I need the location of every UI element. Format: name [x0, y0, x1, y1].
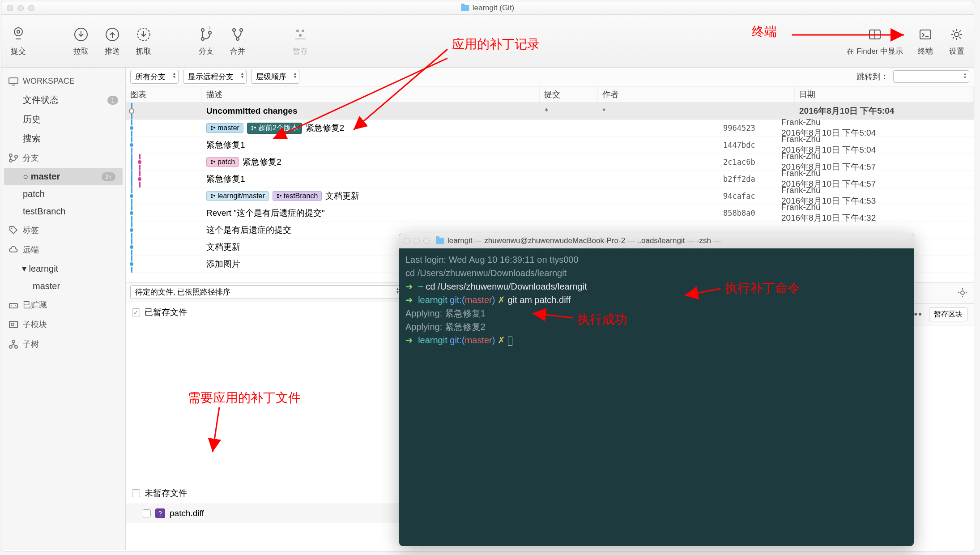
remote-master[interactable]: master: [1, 278, 125, 295]
svg-point-10: [233, 29, 235, 31]
col-commit[interactable]: 提交: [540, 86, 598, 102]
unstaged-file[interactable]: ? patch.diff: [126, 504, 423, 523]
push-button[interactable]: 推送: [103, 26, 121, 56]
svg-point-14: [302, 30, 304, 32]
svg-point-0: [14, 28, 22, 36]
svg-point-50: [213, 161, 215, 162]
svg-point-39: [12, 340, 15, 343]
settings-button[interactable]: 设置: [948, 26, 966, 56]
pull-button[interactable]: 拉取: [72, 26, 90, 56]
svg-point-47: [254, 127, 256, 128]
terminal-window[interactable]: learngit — zhuwenwu@zhuwenwudeMacBook-Pr…: [399, 233, 914, 546]
sidebar-stashes-header[interactable]: 已贮藏: [1, 295, 125, 315]
fetch-button[interactable]: 抓取: [135, 26, 153, 56]
svg-text:+: +: [208, 26, 212, 31]
jump-select[interactable]: ▴▾: [893, 70, 969, 83]
svg-point-49: [211, 162, 213, 164]
fetch-icon: [135, 26, 153, 43]
cloud-icon: [9, 246, 18, 254]
terminal-title: learngit — zhuwenwu@zhuwenwudeMacBook-Pr…: [447, 236, 721, 245]
branch-tag[interactable]: patch: [206, 157, 239, 167]
svg-point-48: [211, 160, 213, 162]
sidebar-submodules-header[interactable]: 子模块: [1, 315, 125, 334]
filter-bar: 所有分支▴▾ 显示远程分支▴▾ 层级顺序▴▾ 跳转到： ▴▾: [126, 68, 974, 86]
sidebar-item[interactable]: 历史: [1, 110, 125, 129]
subtree-icon: [9, 339, 18, 349]
svg-line-26: [953, 37, 954, 38]
commit-button[interactable]: 提交: [9, 26, 27, 56]
svg-rect-18: [920, 30, 931, 39]
stage-hunk-button[interactable]: 暂存区块: [929, 307, 967, 321]
sidebar-item[interactable]: 文件状态1: [1, 90, 125, 110]
svg-point-46: [251, 128, 253, 130]
merge-icon: [229, 26, 247, 43]
folder-icon: [436, 238, 444, 244]
term-max-icon[interactable]: [423, 238, 430, 244]
branch-item[interactable]: testBranch: [1, 203, 125, 220]
branch-item[interactable]: patch: [1, 185, 125, 203]
col-graph[interactable]: 图表: [126, 86, 202, 102]
svg-point-56: [280, 195, 281, 196]
sidebar-subtrees-header[interactable]: 子树: [1, 334, 125, 354]
branch-tag[interactable]: 超前2个版本: [247, 123, 302, 134]
branch-tag[interactable]: learngit/master: [206, 191, 269, 201]
minimize-icon[interactable]: [17, 5, 24, 11]
staged-checkbox[interactable]: [132, 308, 140, 316]
svg-point-51: [211, 194, 213, 196]
close-icon[interactable]: [7, 5, 13, 11]
commit-row[interactable]: Revert "这个是有后遗症的提交"858b8a0Frank-Zhu 2016…: [126, 205, 974, 222]
col-author[interactable]: 作者: [598, 86, 795, 102]
maximize-icon[interactable]: [28, 5, 34, 11]
term-min-icon[interactable]: [413, 238, 420, 244]
stash-button[interactable]: 暂存: [291, 26, 309, 56]
jump-label: 跳转到：: [856, 71, 889, 82]
stash-icon: [291, 26, 309, 43]
svg-point-55: [277, 196, 279, 198]
traffic-lights[interactable]: [7, 5, 34, 11]
merge-button[interactable]: 合并: [229, 26, 247, 56]
term-close-icon[interactable]: [404, 238, 410, 244]
staged-section[interactable]: 已暂存文件: [126, 302, 423, 323]
branch-button[interactable]: +分支: [197, 26, 215, 56]
remote-filter[interactable]: 显示远程分支▴▾: [183, 70, 247, 84]
svg-rect-28: [9, 78, 18, 84]
window-title: learngit (Git): [461, 4, 515, 13]
remote-learngit[interactable]: ▾ learngit: [1, 260, 125, 278]
col-desc[interactable]: 描述: [202, 86, 540, 102]
folder-icon: [461, 5, 469, 11]
sidebar-branches-header[interactable]: 分支: [1, 148, 125, 168]
svg-point-45: [251, 126, 253, 128]
svg-point-52: [211, 196, 213, 198]
commit-icon: [9, 26, 27, 43]
svg-point-13: [296, 30, 299, 32]
branch-tag[interactable]: master: [206, 123, 243, 133]
branch-tag[interactable]: testBranch: [273, 191, 322, 201]
svg-point-12: [236, 38, 239, 40]
svg-point-57: [961, 291, 964, 295]
terminal-button[interactable]: 终端: [916, 26, 934, 56]
sidebar-remotes-header[interactable]: 远端: [1, 240, 125, 260]
file-name: patch.diff: [170, 508, 204, 518]
branch-filter[interactable]: 所有分支▴▾: [130, 70, 179, 84]
finder-button[interactable]: 在 Finder 中显示: [847, 26, 903, 56]
svg-point-30: [9, 154, 12, 157]
file-checkbox[interactable]: [143, 509, 151, 517]
sidebar-tags-header[interactable]: 标签: [1, 220, 125, 240]
svg-point-35: [11, 305, 12, 306]
svg-line-25: [959, 37, 961, 38]
terminal-titlebar[interactable]: learngit — zhuwenwu@zhuwenwudeMacBook-Pr…: [399, 233, 914, 248]
order-filter[interactable]: 层级顺序▴▾: [251, 70, 299, 84]
branch-item[interactable]: ○ master2↑: [4, 168, 123, 185]
stage-pane: 待定的文件, 已依照路径排序▴▾ ≡ 已暂存文件 未暂存文件 ?: [126, 282, 423, 550]
svg-point-44: [213, 127, 215, 128]
sidebar-item[interactable]: 搜索: [1, 129, 125, 148]
pending-sort[interactable]: 待定的文件, 已依照路径排序▴▾: [130, 285, 402, 299]
unstaged-checkbox[interactable]: [132, 489, 140, 497]
sidebar: WORKSPACE 文件状态1历史搜索 分支 ○ master2↑patchte…: [1, 68, 126, 550]
col-date[interactable]: 日期: [795, 86, 974, 102]
svg-point-54: [277, 194, 279, 196]
terminal-body[interactable]: Last login: Wed Aug 10 16:39:11 on ttys0…: [399, 248, 914, 351]
titlebar: learngit (Git): [1, 1, 974, 15]
unstaged-section[interactable]: 未暂存文件: [126, 483, 423, 504]
gear-icon[interactable]: [958, 288, 967, 298]
